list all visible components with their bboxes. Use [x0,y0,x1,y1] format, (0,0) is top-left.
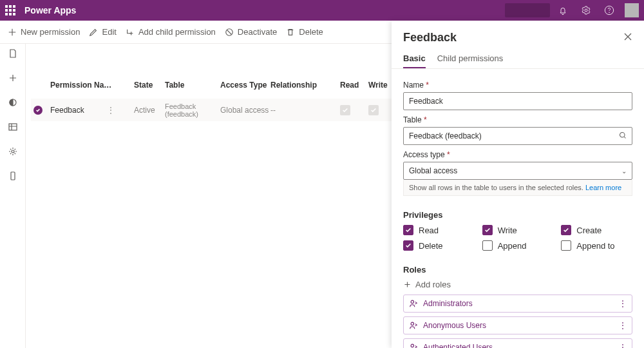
label: Delete [299,27,323,37]
svg-rect-7 [11,172,15,180]
environment-pill[interactable] [505,3,550,17]
row-table: Feedback (feedback) [165,102,220,118]
checkbox-checked-icon [561,225,571,235]
tab-child[interactable]: Child permissions [437,50,504,68]
table-select[interactable]: Feedback (feedback) [403,127,632,145]
access-select[interactable]: Global access ⌄ [403,162,632,180]
search-icon [619,131,627,141]
user-avatar[interactable] [625,3,639,17]
panel-title: Feedback [403,31,457,44]
priv-write[interactable]: Write [482,225,554,235]
col-name[interactable]: Permission Na… [50,81,134,90]
left-rail [0,44,26,348]
app-header: Power Apps [0,0,644,21]
role-menu-icon[interactable]: ⋮ [619,299,627,308]
svg-point-0 [585,9,587,12]
data-icon[interactable] [7,121,19,133]
notification-icon[interactable] [553,0,573,21]
col-access[interactable]: Access Type [220,81,270,90]
row-write-check-icon [368,105,379,115]
add-icon[interactable] [7,72,19,84]
theme-icon[interactable] [7,97,19,108]
access-help: Show all rows in the table to users in t… [403,180,632,196]
row-name: Feedback [50,106,84,115]
settings-icon[interactable] [576,0,596,21]
role-name: Authenticated Users [423,343,493,348]
role-chip[interactable]: Administrators ⋮ [403,295,632,313]
priv-delete[interactable]: Delete [403,240,475,251]
priv-create[interactable]: Create [561,225,632,235]
svg-point-10 [411,322,413,325]
edit-button[interactable]: Edit [89,27,116,37]
panel-body: Name * Table * Feedback (feedback) Acces… [392,69,644,348]
header-left: Power Apps [4,4,76,17]
privileges-heading: Privileges [403,210,632,220]
name-label: Name * [403,81,632,90]
priv-read[interactable]: Read [403,225,475,235]
svg-point-9 [411,300,413,303]
row-state: Active [134,106,165,115]
role-menu-icon[interactable]: ⋮ [619,321,627,330]
panel-header: Feedback [392,21,644,50]
header-right [505,0,639,21]
deactivate-button[interactable]: Deactivate [225,27,277,37]
col-read[interactable]: Read [340,81,368,90]
page-icon[interactable] [7,48,19,59]
role-chip[interactable]: Anonymous Users ⋮ [403,316,632,334]
row-read-check-icon [340,105,350,115]
svg-point-2 [609,12,610,13]
learn-more-link[interactable]: Learn more [585,184,621,191]
edit-panel: Feedback Basic Child permissions Name * … [392,21,644,348]
role-chip[interactable]: Authenticated Users ⋮ [403,338,632,348]
checkbox-checked-icon [403,240,413,251]
roles-heading: Roles [403,265,632,275]
svg-point-11 [411,344,413,347]
checkbox-checked-icon [403,225,413,235]
col-rel[interactable]: Relationship [270,81,340,90]
privileges-grid: Read Write Create Delete Append Append t… [403,225,632,251]
delete-button[interactable]: Delete [286,27,323,37]
mobile-icon[interactable] [7,170,19,182]
col-table[interactable]: Table [165,81,220,90]
add-child-button[interactable]: Add child permission [126,27,216,37]
add-roles-button[interactable]: Add roles [403,280,632,289]
waffle-icon[interactable] [4,4,17,17]
tab-basic[interactable]: Basic [403,50,426,68]
checkbox-checked-icon [482,225,493,235]
name-input[interactable] [403,92,632,110]
new-permission-button[interactable]: New permission [8,27,80,37]
row-rel: -- [270,106,340,115]
checkbox-unchecked-icon [561,240,571,251]
app-title: Power Apps [24,5,76,15]
label: Edit [102,27,116,37]
label: Add child permission [138,27,216,37]
close-icon[interactable] [623,32,632,43]
label: New permission [21,27,80,37]
panel-tabs: Basic Child permissions [392,50,644,69]
access-label: Access type * [403,150,632,159]
label: Deactivate [238,27,277,37]
role-name: Anonymous Users [423,321,486,330]
row-access: Global access [220,106,270,115]
priv-appendto[interactable]: Append to [561,240,632,251]
checkbox-unchecked-icon [482,240,493,251]
table-label: Table * [403,115,632,124]
role-menu-icon[interactable]: ⋮ [619,343,627,348]
row-menu-icon[interactable]: ⋮ [106,106,115,115]
svg-point-6 [12,150,14,153]
col-state[interactable]: State [134,81,165,90]
rail-settings-icon[interactable] [7,146,19,157]
svg-rect-5 [9,124,17,130]
row-selected-icon [33,106,43,115]
help-icon[interactable] [599,0,620,21]
svg-point-8 [620,132,625,137]
chevron-down-icon: ⌄ [621,168,627,175]
priv-append[interactable]: Append [482,240,554,251]
role-name: Administrators [423,299,473,308]
